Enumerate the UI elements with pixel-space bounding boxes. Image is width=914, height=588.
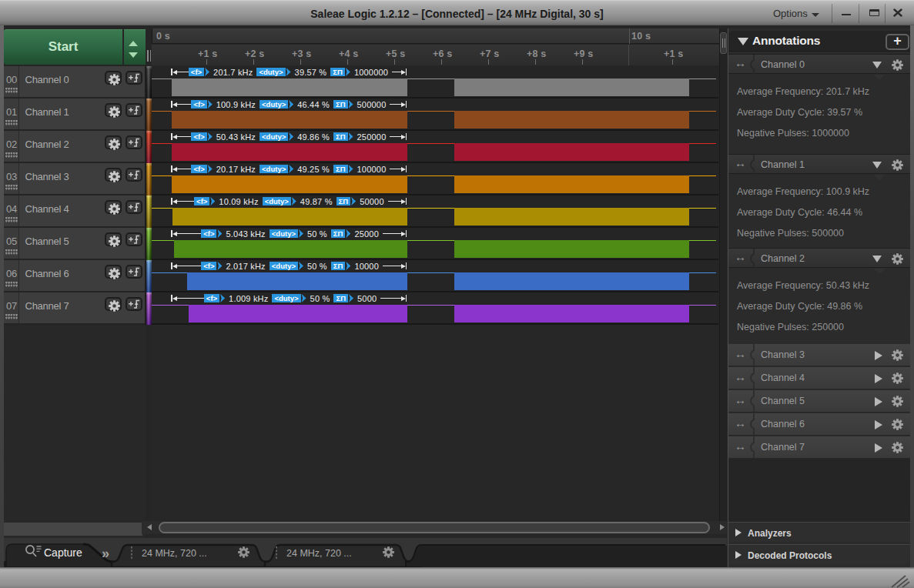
svg-text:24 MHz, 720 ...: 24 MHz, 720 ... bbox=[142, 548, 207, 559]
svg-text:Capture: Capture bbox=[44, 546, 82, 559]
svg-text:»: » bbox=[102, 546, 109, 561]
svg-text:24 MHz, 720 ...: 24 MHz, 720 ... bbox=[286, 548, 352, 559]
